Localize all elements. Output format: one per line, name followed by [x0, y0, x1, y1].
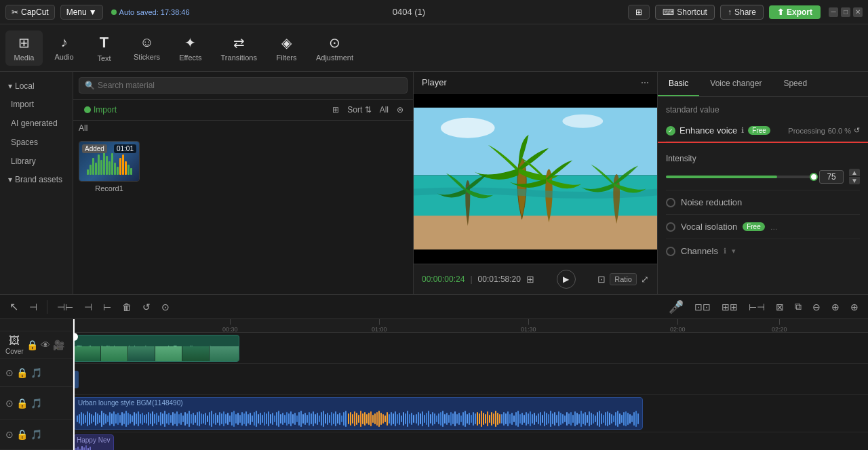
tool-media[interactable]: ⊞ Media [5, 30, 43, 66]
tool-adjustment[interactable]: ⊙ Adjustment [308, 30, 361, 66]
export-icon: ⬆ [777, 7, 784, 17]
tl-split-button[interactable]: ⊣⊢ [53, 300, 77, 314]
tl-lock-icon[interactable]: 🔒 [26, 340, 38, 350]
tab-basic[interactable]: Basic [658, 72, 699, 96]
tl-align-button[interactable]: ⊠ [772, 300, 788, 314]
intensity-value-input[interactable] [819, 170, 844, 184]
tool-text[interactable]: T Text [85, 30, 123, 66]
vocal-isolation-checkbox[interactable] [666, 222, 675, 232]
view-toggle-button[interactable]: ⊞ [328, 104, 343, 116]
grid-view-icon[interactable]: ⊞ [526, 274, 534, 285]
slider-thumb[interactable] [810, 173, 818, 181]
svg-rect-42 [354, 411, 355, 426]
bgm-audio-clip[interactable]: Urban lounge style BGM(1148490) // Inlin… [73, 397, 643, 430]
svg-rect-248 [572, 415, 574, 423]
search-box[interactable]: 🔍 [79, 77, 408, 94]
enhance-voice-label: Enhance voice [679, 125, 737, 136]
tl-crop-button[interactable]: ⊢⊣ [745, 300, 769, 314]
tool-stickers[interactable]: ☺ Stickers [125, 30, 168, 65]
thumb-3 [128, 346, 155, 362]
cover-button[interactable]: 🖼 Cover [5, 335, 24, 355]
tl-freeze-button[interactable]: ⊙ [157, 300, 174, 314]
tl-copy-button[interactable]: ⧉ [791, 299, 806, 314]
tl-main[interactable]: 00:30 01:00 01:30 02:00 02:20 [73, 319, 868, 450]
export-button[interactable]: ⬆ Export [769, 5, 821, 19]
tl-expand-button[interactable]: ⊕ [827, 300, 844, 314]
thumb-2 [101, 346, 128, 362]
vocal-info-icon[interactable]: … [770, 223, 778, 231]
channels-checkbox[interactable] [666, 247, 675, 256]
tl-audio-button[interactable]: 🎤 [665, 298, 688, 316]
maximize-button[interactable]: □ [841, 7, 850, 17]
all-label: All [380, 105, 389, 115]
tl-eye-icon[interactable]: 👁 [41, 340, 50, 350]
tl-lock-icon-4[interactable]: 🔒 [16, 429, 28, 440]
fullscreen-icon[interactable]: ⤢ [641, 274, 649, 285]
tl-select-tool[interactable]: ↖ [5, 298, 22, 315]
sidebar-item-local[interactable]: ▾ Local [0, 77, 73, 95]
enhance-info-icon[interactable]: ℹ [741, 126, 744, 135]
play-button[interactable]: ▶ [557, 270, 576, 289]
sidebar-item-spaces[interactable]: Spaces [3, 134, 70, 151]
tool-audio[interactable]: ♪ Audio [45, 30, 83, 65]
share-button[interactable]: ↑ Share [720, 5, 764, 20]
tl-split-clip-button[interactable]: ⊡⊡ [690, 300, 715, 314]
sort-button[interactable]: Sort ⇅ [343, 104, 375, 116]
tl-audio-icon-4[interactable]: 🎵 [31, 429, 42, 440]
close-button[interactable]: ✕ [853, 7, 863, 17]
intensity-down-button[interactable]: ▼ [849, 177, 860, 184]
tool-effects[interactable]: ✦ Effects [171, 30, 210, 66]
filter-icon-btn[interactable]: ⊜ [393, 104, 408, 116]
tl-lock-icon-2[interactable]: 🔒 [16, 367, 28, 378]
video-clip[interactable]: Thailand 4k beach background. Paradise n… [73, 335, 239, 362]
tl-audio-icon-3[interactable]: 🎵 [31, 398, 42, 409]
sidebar-item-brand-assets[interactable]: ▾ Brand assets [0, 171, 73, 188]
refresh-icon[interactable]: ↺ [854, 126, 860, 135]
ratio-button[interactable]: Ratio [610, 273, 637, 285]
svg-rect-259 [595, 415, 596, 422]
tab-speed[interactable]: Speed [772, 72, 818, 96]
monitor-icon-btn[interactable]: ⊞ [628, 5, 650, 20]
svg-rect-155 [264, 412, 265, 426]
happy-nev-clip[interactable]: Happy Nev [73, 434, 114, 450]
ruler-line [230, 319, 231, 325]
all-filter-button[interactable]: All [376, 104, 393, 116]
minimize-button[interactable]: ─ [829, 7, 838, 17]
noise-reduction-checkbox[interactable] [666, 198, 675, 207]
tl-mute-icon-1[interactable]: ⊙ [5, 367, 14, 378]
channels-info-icon[interactable]: ℹ [724, 247, 726, 255]
intensity-slider[interactable] [666, 176, 814, 178]
expand-icon[interactable]: ⊡ [597, 274, 606, 285]
tl-mute-icon-3[interactable]: ⊙ [5, 429, 14, 440]
import-button[interactable]: Import [79, 102, 122, 117]
enhance-checkbox[interactable]: ✓ [666, 126, 675, 136]
media-item-name: Record1 [79, 184, 140, 192]
sidebar-item-ai[interactable]: AI generated [3, 115, 70, 132]
intensity-up-button[interactable]: ▲ [849, 169, 860, 176]
tl-lock-icon-3[interactable]: 🔒 [16, 398, 28, 409]
menu-button[interactable]: Menu ▼ [60, 5, 103, 20]
tl-trim-right[interactable]: ⊢ [99, 300, 115, 314]
tl-audio-icon-2[interactable]: 🎵 [31, 367, 42, 378]
tl-undo-button[interactable]: ↺ [138, 300, 155, 314]
tl-clock-button[interactable]: ⊕ [846, 300, 863, 314]
sidebar-item-library[interactable]: Library [3, 152, 70, 170]
tl-delete-button[interactable]: 🗑 [118, 300, 136, 314]
search-input[interactable] [98, 81, 401, 90]
tool-filters[interactable]: ◈ Filters [268, 30, 305, 66]
tl-merge-button[interactable]: ⊞⊞ [717, 300, 742, 314]
logo-button[interactable]: ✂ CapCut [5, 5, 55, 20]
sidebar-item-import[interactable]: Import [3, 96, 70, 113]
tl-minus-button[interactable]: ⊖ [808, 300, 825, 314]
channels-dropdown-icon[interactable]: ▾ [732, 247, 736, 255]
tl-trim-left[interactable]: ⊣ [80, 300, 96, 314]
tab-voice-changer[interactable]: Voice changer [699, 72, 772, 96]
tl-video-cam-icon[interactable]: 🎥 [53, 340, 64, 350]
playhead[interactable] [73, 319, 75, 450]
tl-mute-icon-2[interactable]: ⊙ [5, 398, 14, 409]
tl-split-tool[interactable]: ⊣ [25, 300, 41, 314]
list-item[interactable]: Added 01:01 Record1 [79, 141, 140, 192]
tool-transitions[interactable]: ⇄ Transitions [213, 30, 265, 66]
player-more-icon[interactable]: ⋯ [641, 78, 649, 87]
shortcut-button[interactable]: ⌨ Shortcut [655, 5, 715, 20]
